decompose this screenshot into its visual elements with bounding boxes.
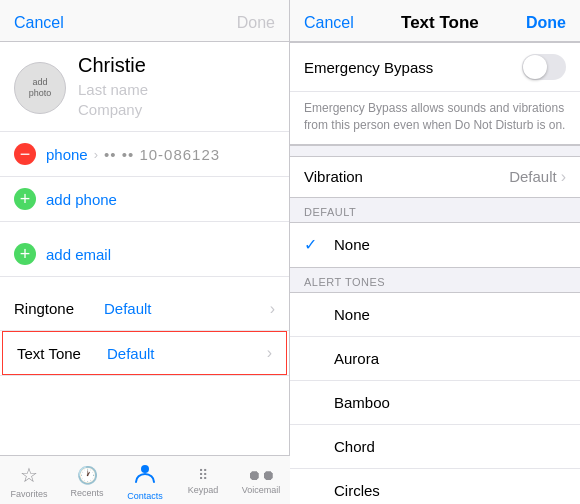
emergency-bypass-label: Emergency Bypass [304, 59, 433, 76]
tab-voicemail[interactable]: ⏺⏺ Voicemail [234, 467, 289, 495]
add-photo-line2: photo [29, 88, 52, 99]
alert-tone-none-row[interactable]: ✓ None [290, 293, 580, 337]
vibration-row[interactable]: Vibration Default › [290, 157, 580, 197]
alert-tones-section-header: ALERT TONES [290, 268, 580, 292]
add-photo-button[interactable]: add photo [14, 62, 66, 114]
contact-fields: Christie Last name Company [78, 54, 275, 121]
tab-voicemail-label: Voicemail [242, 485, 281, 495]
toggle-knob [523, 55, 547, 79]
chord-label: Chord [334, 438, 375, 455]
text-tone-chevron-icon: › [267, 344, 272, 362]
alert-none-label: None [334, 306, 370, 323]
tab-bar: ☆ Favorites 🕐 Recents Contacts ⠿ Keypad … [0, 455, 290, 504]
add-photo-line1: add [32, 77, 47, 88]
ringtone-row[interactable]: Ringtone Default › [0, 287, 289, 331]
phone-section: − phone › •• •• 10-086123 + add phone [0, 132, 289, 222]
recents-icon: 🕐 [77, 465, 98, 486]
left-nav-bar: Cancel Done [0, 0, 289, 42]
company-field[interactable]: Company [78, 101, 275, 118]
phone-label: phone [46, 146, 88, 163]
bamboo-check-icon: ✓ [304, 393, 324, 412]
vibration-value: Default [509, 168, 557, 185]
tab-contacts-label: Contacts [127, 491, 163, 501]
left-panel: Cancel Done add photo Christie Last name… [0, 0, 290, 504]
aurora-check-icon: ✓ [304, 349, 324, 368]
aurora-label: Aurora [334, 350, 379, 367]
remove-phone-icon[interactable]: − [14, 143, 36, 165]
tab-recents[interactable]: 🕐 Recents [60, 465, 115, 498]
vibration-chevron-icon: › [561, 168, 566, 186]
vibration-label: Vibration [304, 168, 363, 185]
left-cancel-button[interactable]: Cancel [14, 14, 64, 32]
svg-point-0 [141, 465, 149, 473]
tone-settings-section: Ringtone Default › Text Tone Default › [0, 287, 289, 376]
chord-check-icon: ✓ [304, 437, 324, 456]
right-nav-title: Text Tone [401, 13, 479, 33]
tab-contacts[interactable]: Contacts [118, 462, 173, 501]
default-none-check-icon: ✓ [304, 235, 324, 254]
text-tone-row[interactable]: Text Tone Default › [2, 331, 287, 375]
default-section-header: DEFAULT [290, 198, 580, 222]
emergency-bypass-toggle[interactable] [522, 54, 566, 80]
bamboo-label: Bamboo [334, 394, 390, 411]
tab-favorites[interactable]: ☆ Favorites [2, 463, 57, 499]
default-tone-list: ✓ None [290, 222, 580, 268]
left-done-button[interactable]: Done [237, 14, 275, 32]
ringtone-chevron-icon: › [270, 300, 275, 318]
alert-tones-list: ✓ None ✓ Aurora ✓ Bamboo ✓ Chord ✓ Circl… [290, 292, 580, 504]
alert-tone-bamboo-row[interactable]: ✓ Bamboo [290, 381, 580, 425]
text-tone-value: Default [107, 345, 267, 362]
alert-tone-aurora-row[interactable]: ✓ Aurora [290, 337, 580, 381]
tab-favorites-label: Favorites [10, 489, 47, 499]
right-nav-bar: Cancel Text Tone Done [290, 0, 580, 42]
phone-value: •• •• 10-086123 [104, 146, 220, 163]
default-none-row[interactable]: ✓ None [290, 223, 580, 267]
alert-tone-chord-row[interactable]: ✓ Chord [290, 425, 580, 469]
vibration-right: Default › [509, 168, 566, 186]
email-section: + add email [0, 232, 289, 277]
contact-header: add photo Christie Last name Company [0, 42, 289, 132]
contact-name-field[interactable]: Christie [78, 54, 275, 77]
ringtone-value: Default [104, 300, 270, 317]
contacts-icon [134, 462, 156, 489]
tab-keypad-label: Keypad [188, 485, 219, 495]
tab-keypad[interactable]: ⠿ Keypad [176, 467, 231, 495]
add-email-label: add email [46, 246, 111, 263]
last-name-field[interactable]: Last name [78, 81, 275, 98]
keypad-icon: ⠿ [198, 467, 208, 483]
emergency-bypass-description: Emergency Bypass allows sounds and vibra… [290, 92, 580, 145]
default-none-label: None [334, 236, 370, 253]
right-panel: Cancel Text Tone Done Emergency Bypass E… [290, 0, 580, 504]
ringtone-label: Ringtone [14, 300, 104, 317]
tones-section: DEFAULT ✓ None ALERT TONES ✓ None ✓ Auro… [290, 198, 580, 504]
alert-tone-circles-row[interactable]: ✓ Circles [290, 469, 580, 504]
voicemail-icon: ⏺⏺ [247, 467, 275, 483]
add-phone-icon[interactable]: + [14, 188, 36, 210]
alert-none-check-icon: ✓ [304, 305, 324, 324]
phone-chevron-icon: › [94, 147, 98, 162]
text-tone-label: Text Tone [17, 345, 107, 362]
right-cancel-button[interactable]: Cancel [304, 14, 354, 32]
add-email-row[interactable]: + add email [0, 232, 289, 276]
add-email-icon[interactable]: + [14, 243, 36, 265]
circles-label: Circles [334, 482, 380, 499]
add-phone-label: add phone [46, 191, 117, 208]
circles-check-icon: ✓ [304, 481, 324, 500]
phone-row[interactable]: − phone › •• •• 10-086123 [0, 132, 289, 177]
vibration-section: Vibration Default › [290, 156, 580, 198]
add-phone-row[interactable]: + add phone [0, 177, 289, 221]
right-done-button[interactable]: Done [526, 14, 566, 32]
emergency-bypass-section: Emergency Bypass Emergency Bypass allows… [290, 42, 580, 146]
tab-recents-label: Recents [70, 488, 103, 498]
emergency-bypass-row: Emergency Bypass [290, 43, 580, 92]
favorites-icon: ☆ [20, 463, 38, 487]
